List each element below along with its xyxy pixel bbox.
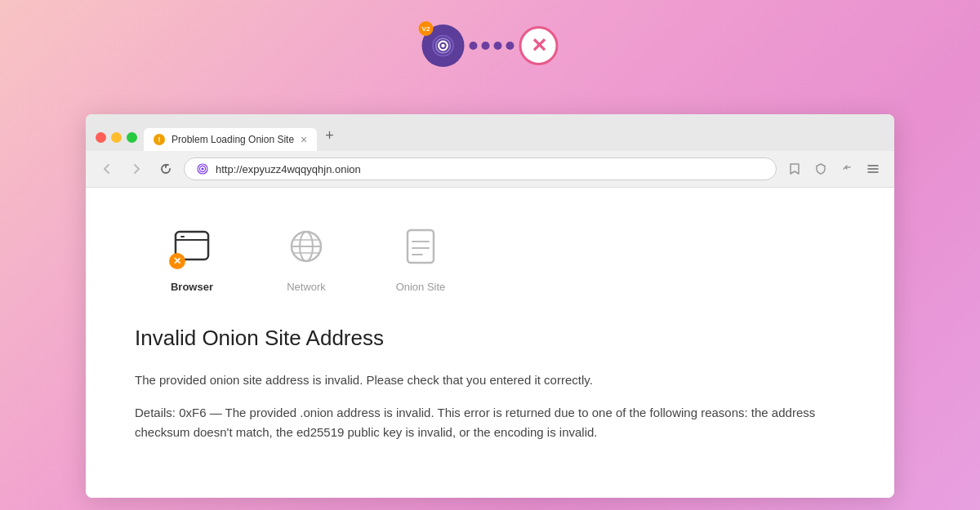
browser-status-item: ✕ Browser: [135, 220, 249, 293]
dot-2: [482, 42, 490, 50]
active-tab[interactable]: ! Problem Loading Onion Site ×: [144, 128, 317, 151]
onion-site-status-label: Onion Site: [396, 281, 446, 293]
warning-symbol: !: [158, 135, 161, 144]
connection-dots: [470, 42, 514, 50]
globe-icon: [283, 224, 329, 269]
svg-point-3: [441, 44, 444, 47]
address-bar[interactable]: http://expyuzz4wqqyqhjn.onion: [184, 157, 777, 180]
shield-icon: [814, 162, 827, 175]
onion-address-icon: [196, 162, 209, 175]
dot-4: [506, 42, 514, 50]
forward-icon: [130, 162, 143, 175]
title-bar: ! Problem Loading Onion Site × +: [86, 114, 894, 151]
error-title: Invalid Onion Site Address: [135, 326, 845, 351]
error-details: Details: 0xF6 — The provided .onion addr…: [135, 403, 845, 442]
back-button[interactable]: [96, 157, 118, 180]
tor-onion-svg: [430, 33, 457, 59]
extensions-icon: [840, 162, 853, 175]
maximize-window-button[interactable]: [127, 132, 137, 143]
v2-badge: V2: [419, 21, 434, 36]
reload-button[interactable]: [154, 157, 177, 180]
tor-diagram: V2 ✕: [422, 24, 559, 67]
nav-action-buttons: [783, 157, 884, 180]
menu-button[interactable]: [862, 157, 884, 180]
navigation-bar: http://expyuzz4wqqyqhjn.onion: [86, 151, 894, 188]
bookmark-icon: [788, 162, 801, 175]
browser-window: ! Problem Loading Onion Site × + http://…: [86, 114, 894, 498]
bookmark-button[interactable]: [783, 157, 806, 180]
onion-site-icon-wrapper: [394, 220, 447, 273]
tab-close-button[interactable]: ×: [301, 134, 307, 145]
tab-title: Problem Loading Onion Site: [172, 134, 294, 145]
network-status-item: Network: [249, 220, 363, 293]
document-icon: [398, 224, 443, 269]
close-window-button[interactable]: [96, 132, 106, 143]
error-description: The provided onion site address is inval…: [135, 370, 845, 390]
browser-error-badge: ✕: [169, 253, 185, 269]
dot-3: [494, 42, 502, 50]
content-area: ✕ Browser Network: [86, 188, 894, 498]
url-text: http://expyuzz4wqqyqhjn.onion: [216, 163, 361, 175]
back-icon: [100, 162, 114, 175]
new-tab-button[interactable]: +: [317, 122, 342, 151]
network-status-label: Network: [287, 281, 326, 293]
error-x-symbol: ✕: [531, 36, 547, 55]
traffic-lights: [96, 132, 137, 151]
tab-warning-icon: !: [154, 134, 165, 145]
tor-browser-icon: V2: [422, 24, 465, 67]
svg-rect-12: [180, 236, 185, 237]
extensions-button[interactable]: [835, 157, 858, 180]
minimize-window-button[interactable]: [111, 132, 122, 143]
shield-button[interactable]: [809, 157, 832, 180]
svg-point-6: [201, 167, 203, 170]
reload-icon: [159, 162, 172, 175]
forward-button[interactable]: [125, 157, 148, 180]
status-icons-row: ✕ Browser Network: [135, 220, 845, 293]
onion-site-status-item: Onion Site: [363, 220, 478, 293]
browser-status-label: Browser: [171, 281, 213, 293]
connection-error-circle: ✕: [519, 26, 559, 65]
network-icon-wrapper: [280, 220, 332, 273]
browser-icon-wrapper: ✕: [166, 220, 218, 273]
svg-rect-18: [408, 230, 434, 263]
dot-1: [470, 42, 478, 50]
hamburger-menu-icon: [866, 162, 880, 175]
